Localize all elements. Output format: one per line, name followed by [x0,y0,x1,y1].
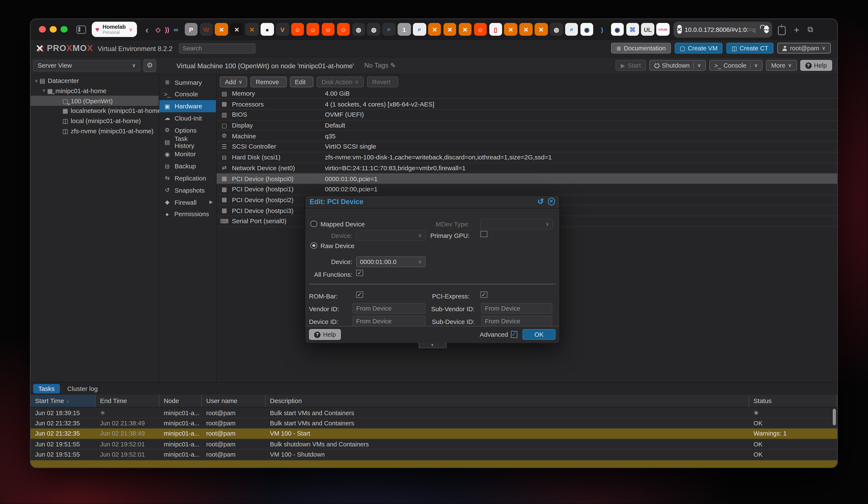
raw-device-radio[interactable] [310,242,317,249]
browser-tab[interactable]: ✕ [230,23,244,36]
nav-item[interactable]: ◉ Monitor [159,148,216,160]
browser-tab[interactable]: ☺ [291,23,304,36]
browser-tab[interactable]: ⌕ [382,23,396,36]
tree-expand-icon[interactable]: ∨ [33,78,40,83]
sidebar-toggle-icon[interactable] [76,25,86,33]
more-button[interactable]: More∨ [766,60,797,71]
column-header-node[interactable]: Node [159,395,202,407]
help-button[interactable]: ?Help [800,60,832,71]
task-row[interactable]: Jun 02 19:51:55 Jun 02 19:52:01 minipc01… [31,439,837,450]
browser-tab[interactable]: ✕ [428,23,441,36]
share-icon[interactable] [778,26,785,35]
column-header-status[interactable]: Status [749,395,837,407]
task-row[interactable]: Jun 02 21:32:35 Jun 02 21:38:49 minipc01… [31,418,837,429]
create-ct-button[interactable]: ◫Create CT [726,43,774,54]
column-header-start-time[interactable]: Start Time↓ [31,395,95,407]
task-row[interactable]: Jun 02 21:32:35 Jun 02 21:38:49 minipc01… [31,429,837,439]
table-row[interactable]: ▦ Processors 4 (1 sockets, 4 cores) [x86… [217,99,837,110]
reset-icon[interactable]: ↺ [537,197,544,206]
nav-item[interactable]: ⊟ Backup [159,160,216,172]
close-window-button[interactable] [39,26,46,33]
browser-tab[interactable]: } [596,23,609,36]
address-bar[interactable]: ✕ 10.0.0.172:8006/#v1:0:=q ••• [673,21,772,38]
extension-icon[interactable]: )) [165,26,169,33]
browser-tab[interactable]: 1 [398,23,411,36]
tree-item[interactable]: ◫ zfs-nvme (minipc01-at-home) [31,126,159,136]
primary-gpu-checkbox[interactable] [480,231,487,238]
column-header-end-time[interactable]: End Time [95,395,159,407]
scrollbar-thumb[interactable] [833,409,836,425]
edit-tags-icon[interactable]: ✎ [390,62,396,69]
nav-item[interactable]: ⇆ Replication [159,172,216,184]
toolbar-button[interactable]: Remove [251,76,287,87]
advanced-checkbox[interactable]: ✓ [511,331,518,338]
tab-overview-icon[interactable]: ⧉ [808,25,813,34]
back-button[interactable]: ‹ [145,24,149,35]
nav-item[interactable]: ≣ Summary [159,76,216,88]
table-row[interactable]: ▥ BIOS OVMF (UEFI) [217,110,837,120]
task-row[interactable]: Jun 02 19:51:55 Jun 02 19:52:01 minipc01… [31,450,837,460]
table-row[interactable]: ▦ PCI Device (hostpci1) 0000:02:00,pcie=… [217,184,837,195]
nav-item[interactable]: ● Permissions [159,208,216,220]
tab-tasks[interactable]: Tasks [33,384,60,394]
toolbar-button[interactable]: Edit [290,76,313,87]
nav-item[interactable]: ▣ Hardware [159,100,216,112]
column-header-user[interactable]: User name [202,395,266,407]
documentation-button[interactable]: ≣Documentation [611,43,671,54]
sub-vendor-id-input[interactable] [481,303,552,314]
browser-tab[interactable]: P [185,23,198,36]
close-icon[interactable]: ✕ [548,198,555,205]
rombar-checkbox[interactable]: ✓ [356,291,363,298]
browser-tab[interactable]: ◍ [550,23,563,36]
browser-tab[interactable]: UL [641,23,654,36]
table-row[interactable]: ⚙ Machine q35 [217,131,837,142]
table-row[interactable]: ⇄ Network Device (net0) virtio=BC:24:11:… [217,163,837,174]
browser-tab[interactable]: ◉ [580,23,593,36]
user-menu-button[interactable]: root@pam∨ [777,43,830,54]
browser-tab[interactable]: V [276,23,289,36]
dialog-help-button[interactable]: ?Help [309,329,341,340]
browser-profile-button[interactable]: ♥ Homelab Personal ∨ [92,22,137,37]
browser-tab[interactable]: ◍ [352,23,365,36]
table-row[interactable]: ☰ SCSI Controller VirtIO SCSI single [217,142,837,152]
tree-item[interactable]: ▦ localnetwork (minipc01-at-home) [31,106,159,116]
new-tab-button[interactable]: + [794,25,799,34]
browser-tab[interactable]: ☺ [337,23,350,36]
nav-item[interactable]: ☁ Cloud-Init [159,112,216,124]
task-row[interactable] [31,460,837,468]
browser-tab[interactable]: ☺ [474,23,487,36]
browser-tab[interactable]: ✕ [246,23,259,36]
browser-tab[interactable]: ✕ [504,23,517,36]
dialog-resize-handle[interactable]: ▼ [418,343,446,348]
tree-item[interactable]: ◫ local (minipc01-at-home) [31,116,159,126]
tab-cluster-log[interactable]: Cluster log [62,384,103,394]
nav-item[interactable]: ▤ Task History [159,136,216,148]
browser-tab[interactable]: ✕ [535,23,548,36]
zoom-window-button[interactable] [61,26,67,33]
tree-settings-button[interactable]: ⚙ [143,59,156,72]
search-input[interactable] [179,43,256,53]
browser-tab[interactable]: ● [261,23,274,36]
browser-tab[interactable]: ◉ [611,23,624,36]
browser-tab[interactable]: ⌘ [626,23,639,36]
browser-tab[interactable]: ☺ [306,23,319,36]
nav-item[interactable]: ⚙ Options [159,124,216,136]
table-row[interactable]: ⊟ Hard Disk (scsi1) zfs-nvme:vm-100-disk… [217,152,837,163]
table-row[interactable]: ▦ PCI Device (hostpci0) 0000:01:00,pcie=… [217,174,837,184]
browser-tab[interactable]: W [200,23,213,36]
start-button[interactable]: ▶Start [616,60,646,71]
browser-tab[interactable]: ✕ [519,23,533,36]
browser-tab[interactable]: ▯ [489,23,502,36]
nav-item[interactable]: ◆ Firewall ▶ [159,196,216,208]
toolbar-button[interactable]: Add∨ [220,76,247,87]
tree-item[interactable]: ∨ ▦✔ minipc01-at-home [31,85,159,95]
toolbar-button[interactable]: Disk Action∨ [317,76,364,87]
raw-device-select[interactable]: 0000:01:00.0∨ [356,256,426,267]
table-row[interactable]: ▢ Display Default [217,120,837,131]
tree-item[interactable]: ▢▶ 100 (OpenWrt) [31,96,159,106]
table-row[interactable]: ▤ Memory 4.00 GiB [217,89,837,99]
mapped-device-radio[interactable] [310,220,317,227]
tree-expand-icon[interactable]: ∨ [41,88,47,93]
browser-tab[interactable]: ◍ [367,23,380,36]
all-functions-checkbox[interactable]: ✓ [356,270,363,276]
